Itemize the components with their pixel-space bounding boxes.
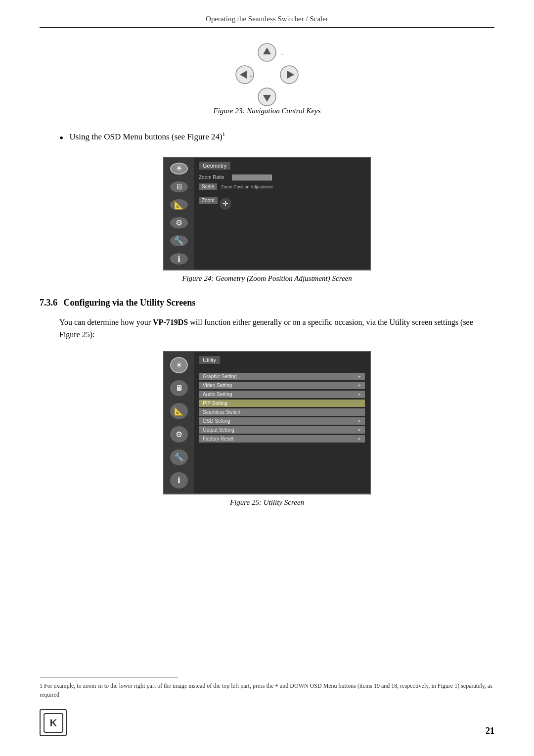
- brightness-icon: ☀: [170, 163, 188, 175]
- figure-25-caption: Figure 25: Utility Screen: [230, 498, 304, 507]
- section-heading: 7.3.6 Configuring via the Utility Screen…: [40, 298, 494, 308]
- utility-brightness-icon: ☀: [170, 357, 188, 373]
- figure-23: + - Figure 23: Navigation Control Keys: [40, 43, 494, 125]
- bullet-text: Using the OSD Menu buttons (see Figure 2…: [69, 130, 225, 143]
- kramer-logo: K: [40, 709, 67, 736]
- header-text: Operating the Seamless Switcher / Scaler: [206, 15, 328, 23]
- utility-pip-icon: ⚙: [170, 426, 188, 443]
- page-number: 21: [486, 726, 494, 736]
- svg-text:K: K: [49, 717, 57, 728]
- figure-24: ☀ 🖥 📐 ⚙ 🔧 ℹ Geometry Zoom Ratio Scale: [40, 157, 494, 293]
- arrow-factory: ▸: [358, 436, 361, 441]
- zoom-ratio-label: Zoom Ratio: [199, 175, 228, 180]
- osd-title: Geometry: [199, 162, 230, 170]
- settings-icon: ⚙: [170, 217, 188, 228]
- tool-icon: 🔧: [170, 235, 188, 246]
- zoom-menu-item[interactable]: Zoom: [199, 197, 218, 204]
- menu-item-audio-setting[interactable]: Audio Setting ▸: [199, 391, 365, 398]
- body-text-part1: You can determine how your: [59, 318, 153, 326]
- utility-geometry-icon: 📐: [170, 403, 188, 419]
- utility-info-icon: ℹ: [170, 472, 188, 489]
- arrow-video: ▸: [358, 383, 361, 388]
- svg-text:+: +: [280, 51, 284, 58]
- utility-sidebar: ☀ 🖥 📐 ⚙ 🔧 ℹ: [164, 352, 194, 493]
- svg-text:-: -: [250, 73, 252, 80]
- zoom-ratio-bar: [232, 175, 272, 180]
- figure-24-caption: Figure 24: Geometry (Zoom Position Adjus…: [182, 274, 352, 283]
- nav-keys-image: + -: [235, 43, 299, 107]
- arrow-osd: ▸: [358, 418, 361, 423]
- page-number-area: K 21: [40, 709, 494, 736]
- figure-25: ☀ 🖥 📐 ⚙ 🔧 ℹ Utility Graphic Setting ▸ V: [40, 351, 494, 517]
- utility-content: Utility Graphic Setting ▸ Video Setting …: [194, 352, 370, 493]
- page: Operating the Seamless Switcher / Scaler: [0, 0, 534, 756]
- navigation-cross-icon: ✛: [220, 198, 231, 210]
- scale-menu-item[interactable]: Scale: [199, 183, 217, 190]
- menu-item-pip-setting[interactable]: PIP Setting: [199, 400, 365, 407]
- menu-item-graphic-setting[interactable]: Graphic Setting ▸: [199, 373, 365, 380]
- page-header: Operating the Seamless Switcher / Scaler: [40, 15, 494, 28]
- display-icon: 🖥: [170, 181, 188, 192]
- menu-item-seamless-switch[interactable]: Seamless Switch: [199, 408, 365, 416]
- bullet-dot: •: [59, 130, 63, 147]
- arrow-output: ▸: [358, 427, 361, 432]
- info-icon: ℹ: [170, 253, 188, 264]
- zoom-ratio-row: Zoom Ratio: [199, 175, 365, 180]
- page-footer: 1 For example, to zoom-in to the lower r…: [40, 677, 494, 736]
- section-title: Configuring via the Utility Screens: [64, 298, 196, 308]
- menu-item-output-setting[interactable]: Output Setting ▸: [199, 426, 365, 434]
- utility-title: Utility: [199, 356, 220, 364]
- arrow-audio: ▸: [358, 392, 361, 397]
- utility-tool-icon: 🔧: [170, 449, 188, 466]
- product-name: VP-719DS: [153, 318, 188, 326]
- utility-screen: ☀ 🖥 📐 ⚙ 🔧 ℹ Utility Graphic Setting ▸ V: [163, 351, 371, 494]
- utility-display-icon: 🖥: [170, 380, 188, 397]
- osd-content: Geometry Zoom Ratio Scale Zoom Position …: [194, 158, 370, 269]
- utility-menu: Graphic Setting ▸ Video Setting ▸ Audio …: [199, 373, 365, 443]
- section-number: 7.3.6: [40, 298, 57, 308]
- osd-screen: ☀ 🖥 📐 ⚙ 🔧 ℹ Geometry Zoom Ratio Scale: [163, 157, 371, 270]
- menu-item-factory-reset[interactable]: Factory Reset ▸: [199, 435, 365, 443]
- osd-sidebar: ☀ 🖥 📐 ⚙ 🔧 ℹ: [164, 158, 194, 269]
- menu-item-video-setting[interactable]: Video Setting ▸: [199, 382, 365, 389]
- figure-23-caption: Figure 23: Navigation Control Keys: [213, 107, 320, 115]
- bullet-section: • Using the OSD Menu buttons (see Figure…: [40, 130, 494, 147]
- body-text: You can determine how your VP-719DS will…: [40, 316, 494, 341]
- geometry-icon: 📐: [170, 199, 188, 210]
- menu-item-osd-setting[interactable]: OSD Setting ▸: [199, 417, 365, 425]
- zoom-position-item[interactable]: Zoom Position Adjustment: [221, 184, 273, 189]
- scale-zoom-row: Scale Zoom Position Adjustment Zoom ✛: [199, 183, 365, 210]
- footnote-divider: [40, 677, 178, 677]
- arrow-graphic: ▸: [358, 374, 361, 379]
- footnote-text: 1 For example, to zoom-in to the lower r…: [40, 681, 494, 699]
